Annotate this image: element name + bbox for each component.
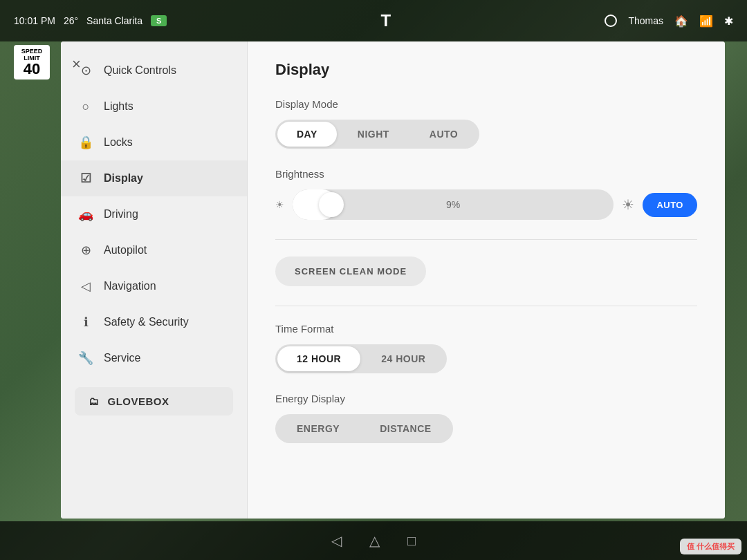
sidebar-label-lights: Lights [104,100,133,113]
safety-icon: ℹ [77,314,94,330]
brightness-value: 9% [446,199,460,210]
sidebar-item-safety[interactable]: ℹ Safety & Security [61,304,247,340]
sidebar: ⊙ Quick Controls ○ Lights 🔒 Locks ☑ Disp… [61,41,248,519]
brightness-low-icon: ☀ [275,199,284,210]
time-format-12h[interactable]: 12 HOUR [277,346,360,371]
brightness-row: ☀ 9% ☀ AUTO [275,189,697,220]
sidebar-label-display: Display [104,172,143,185]
sidebar-item-driving[interactable]: 🚗 Driving [61,196,247,232]
brightness-thumb [319,192,344,217]
glovebox-button[interactable]: 🗂 GLOVEBOX [75,387,233,416]
brightness-high-icon: ☀ [622,196,634,213]
sidebar-item-autopilot[interactable]: ⊕ Autopilot [61,232,247,268]
divider-1 [275,239,697,240]
navigation-icon: ◁ [77,278,94,295]
top-bar-right: Thomas 🏠 📶 ✱ [605,15,733,28]
user-name: Thomas [628,15,663,26]
divider-2 [275,306,697,306]
settings-panel: ⊙ Quick Controls ○ Lights 🔒 Locks ☑ Disp… [61,41,725,519]
autopilot-icon: ⊕ [77,242,94,259]
sidebar-item-lights[interactable]: ○ Lights [61,88,247,124]
sidebar-item-navigation[interactable]: ◁ Navigation [61,268,247,304]
locks-icon: 🔒 [77,134,94,151]
glovebox-icon: 🗂 [89,395,100,407]
glovebox-label: GLOVEBOX [108,395,169,407]
bottom-icon-2[interactable]: △ [369,532,380,549]
bottom-icon-1[interactable]: ◁ [331,532,342,549]
sidebar-label-driving: Driving [104,208,138,221]
display-mode-label: Display Mode [275,98,697,110]
top-bar: 10:01 PM 26° Santa Clarita S T Thomas 🏠 … [0,0,747,41]
screen-clean-button[interactable]: SCREEN CLEAN MODE [275,256,426,286]
brightness-slider[interactable]: 9% [293,189,614,220]
speed-limit-box: SPEED LIMIT 40 [14,45,50,80]
display-mode-day[interactable]: DAY [277,122,337,147]
panel-title: Display [275,61,697,79]
lights-icon: ○ [77,98,94,115]
energy-display-distance[interactable]: DISTANCE [360,416,451,441]
driving-icon: 🚗 [77,206,94,223]
sidebar-label-navigation: Navigation [104,280,156,292]
bottom-bar: ◁ △ □ [0,521,747,560]
battery-indicator: S [151,15,167,26]
watermark: 值 什么值得买 [680,539,741,554]
speed-limit-label: SPEED LIMIT [17,48,47,62]
sidebar-item-display[interactable]: ☑ Display [61,160,247,196]
temperature: 26° [64,15,78,26]
display-icon: ☑ [77,170,94,187]
energy-display-control: ENERGY DISTANCE [275,414,453,443]
sidebar-label-quick-controls: Quick Controls [104,64,176,77]
bottom-icon-3[interactable]: □ [407,533,416,549]
sidebar-label-autopilot: Autopilot [104,244,147,256]
service-icon: 🔧 [77,350,94,366]
brightness-section: Brightness ☀ 9% ☀ AUTO [275,168,697,220]
sidebar-item-locks[interactable]: 🔒 Locks [61,124,247,160]
sidebar-item-service[interactable]: 🔧 Service [61,340,247,376]
sidebar-item-quick-controls[interactable]: ⊙ Quick Controls [61,53,247,88]
bluetooth-icon: ✱ [724,15,733,28]
sidebar-label-locks: Locks [104,136,133,149]
time-format-control: 12 HOUR 24 HOUR [275,344,447,373]
display-mode-control: DAY NIGHT AUTO [275,120,479,149]
energy-display-label: Energy Display [275,393,697,404]
energy-display-section: Energy Display ENERGY DISTANCE [275,393,697,443]
sidebar-label-service: Service [104,352,140,364]
brightness-label: Brightness [275,168,697,180]
display-mode-section: Display Mode DAY NIGHT AUTO [275,98,697,149]
speed-limit-value: 40 [17,62,47,77]
city: Santa Clarita [86,15,142,26]
time-format-section: Time Format 12 HOUR 24 HOUR [275,323,697,373]
clock: 10:01 PM [14,15,55,26]
main-content: Display Display Mode DAY NIGHT AUTO Brig… [248,41,725,519]
time-format-label: Time Format [275,323,697,335]
brightness-auto-button[interactable]: AUTO [643,193,697,217]
sidebar-label-safety: Safety & Security [104,316,189,328]
top-bar-center: T [381,11,391,30]
top-bar-left: 10:01 PM 26° Santa Clarita S [14,15,167,26]
close-button[interactable]: × [66,50,86,79]
display-mode-night[interactable]: NIGHT [338,122,409,147]
time-format-24h[interactable]: 24 HOUR [362,346,445,371]
display-mode-auto[interactable]: AUTO [410,122,477,147]
energy-display-energy[interactable]: ENERGY [277,416,359,441]
user-icon [605,15,617,27]
home-icon: 🏠 [674,15,688,28]
tesla-logo: T [381,11,391,30]
screen-clean-section: SCREEN CLEAN MODE [275,256,697,286]
wifi-icon: 📶 [699,15,713,28]
